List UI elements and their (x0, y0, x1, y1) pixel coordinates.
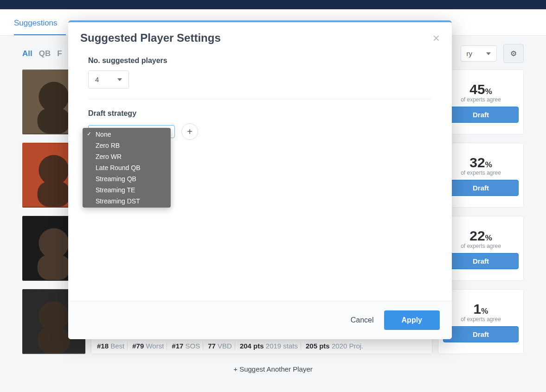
apply-button[interactable]: Apply (384, 310, 440, 330)
cancel-button[interactable]: Cancel (351, 316, 374, 324)
dropdown-option-zero-rb[interactable]: Zero RB (83, 140, 171, 151)
dropdown-option-late-round-qb[interactable]: Late Round QB (83, 162, 171, 173)
draft-strategy-label: Draft strategy (88, 109, 440, 118)
chevron-down-icon (117, 78, 122, 81)
settings-modal: Suggested Player Settings × No. suggeste… (68, 20, 452, 339)
close-icon[interactable]: × (433, 32, 440, 44)
modal-header: Suggested Player Settings × (68, 22, 452, 49)
dropdown-option-none[interactable]: None (83, 128, 171, 140)
num-suggested-label: No. suggested players (88, 57, 440, 65)
modal-body: No. suggested players 4 Draft strategy +… (68, 49, 452, 301)
plus-icon: + (187, 126, 193, 137)
dropdown-option-zero-wr[interactable]: Zero WR (83, 151, 171, 162)
num-suggested-value: 4 (95, 76, 99, 83)
num-suggested-select[interactable]: 4 (88, 70, 129, 89)
dropdown-option-streaming-te[interactable]: Streaming TE (83, 184, 171, 196)
modal-footer: Cancel Apply (68, 301, 452, 339)
divider (88, 99, 432, 99)
modal-title: Suggested Player Settings (80, 32, 221, 44)
draft-strategy-row: + None Zero RB Zero WR Late Round QB Str… (88, 123, 440, 140)
strategy-dropdown: None Zero RB Zero WR Late Round QB Strea… (83, 128, 171, 208)
dropdown-option-streaming-dst[interactable]: Streaming DST (83, 196, 171, 208)
add-strategy-button[interactable]: + (181, 123, 198, 140)
dropdown-option-streaming-qb[interactable]: Streaming QB (83, 173, 171, 184)
